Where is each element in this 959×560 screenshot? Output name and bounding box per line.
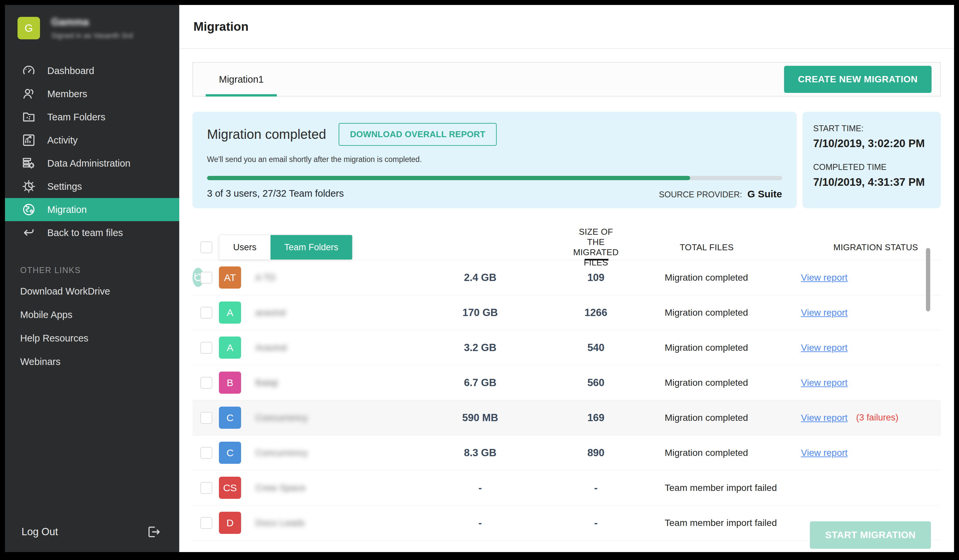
link-download-workdrive[interactable]: Download WorkDrive [5,280,179,303]
link-webinars[interactable]: Webinars [5,350,179,374]
sidebar-item-data-administration[interactable]: Data Administration [5,152,179,175]
back-arrow-icon [21,226,36,240]
row-checkbox[interactable] [201,412,212,424]
row-name: Balaji [255,377,391,388]
sidebar-item-back-to-team-files[interactable]: Back to team files [5,221,179,244]
row-name: Concurrency [255,412,391,423]
source-provider: SOURCE PROVIDER: G Suite [659,188,782,200]
vertical-scrollbar-thumb[interactable] [926,248,930,312]
row-status: Migration completed [622,272,791,283]
failures-text: (3 failures) [856,412,898,423]
row-total-files: 1266 [569,307,622,319]
sidebar-item-dashboard[interactable]: Dashboard [5,59,179,82]
select-all-checkbox[interactable] [201,241,212,253]
start-migration-button[interactable]: START MIGRATION [810,521,931,549]
sidebar-item-team-folders[interactable]: Team Folders [5,105,179,129]
row-name: aravind [255,307,391,318]
team-avatar: G [18,17,40,39]
row-checkbox[interactable] [201,272,212,284]
view-report-link[interactable]: View report [801,307,847,318]
status-row: Migration completed DOWNLOAD OVERALL REP… [193,112,941,208]
row-name: Crew Space [255,483,391,493]
sidebar-item-migration[interactable]: Migration [5,198,179,221]
row-checkbox[interactable] [201,342,212,354]
table-row: AT A TD 2.4 GB 109 Migration completed V… [193,260,941,295]
column-header-migration-status: MIGRATION STATUS [791,242,941,253]
row-size: 8.3 GB [391,447,569,459]
activity-icon [21,133,36,148]
row-checkbox[interactable] [201,482,212,494]
row-total-files: 560 [569,377,622,389]
table-row: A aravind 170 GB 1266 Migration complete… [193,295,941,330]
row-total-files: - [569,517,622,529]
view-report-link[interactable]: View report [801,412,847,423]
email-note: We'll send you an email shortly after th… [207,155,782,164]
team-switcher[interactable]: G Gamma Signed in as Vasanth Srd [5,5,179,50]
view-report-link[interactable]: View report [801,377,847,388]
members-icon [21,87,36,101]
row-checkbox[interactable] [201,447,212,459]
row-status: Team member import failed [622,483,791,493]
row-size: 3.2 GB [391,342,569,354]
row-size: - [391,517,569,529]
row-checkbox[interactable] [201,307,212,319]
tab-migration1[interactable]: Migration1 [206,63,277,96]
tab-label: Migration1 [219,74,264,85]
completed-time-value: 7/10/2019, 4:31:37 PM [813,176,934,188]
migration-status-card: Migration completed DOWNLOAD OVERALL REP… [193,112,797,208]
download-overall-report-button[interactable]: DOWNLOAD OVERALL REPORT [339,123,496,146]
sidebar-menu: Dashboard Members Team Folders Activity [5,59,179,244]
table-row: CS Crew Space - - Team member import fai… [193,471,941,506]
table-controls: Users Team Folders SIZE OF THE MIGRATED … [193,227,941,260]
users-teamfolders-toggle: Users Team Folders [219,235,352,260]
avatar: B [219,372,241,394]
row-size: - [391,482,569,494]
progress-bar-fill [207,176,690,180]
row-name: Concurrency [255,448,391,458]
avatar: A [219,337,241,359]
dashboard-icon [21,64,36,78]
row-checkbox[interactable] [201,377,212,389]
row-size: 170 GB [391,307,569,319]
sidebar-item-settings[interactable]: Settings [5,175,179,198]
link-mobile-apps[interactable]: Mobile Apps [5,303,179,327]
avatar: A [219,301,241,324]
app-window: G Gamma Signed in as Vasanth Srd Dashboa… [5,5,954,552]
view-report-link[interactable]: View report [801,448,847,458]
active-tab-indicator [206,94,277,97]
create-new-migration-button[interactable]: CREATE NEW MIGRATION [784,66,932,93]
row-total-files: 890 [569,447,622,459]
link-help-resources[interactable]: Help Resources [5,327,179,350]
sidebar-item-label: Dashboard [47,65,94,76]
toggle-users[interactable]: Users [219,235,271,259]
source-provider-value: G Suite [747,188,782,200]
data-administration-icon [21,156,36,170]
table-row: C Concurrency 8.3 GB 890 Migration compl… [193,435,941,471]
sidebar: G Gamma Signed in as Vasanth Srd Dashboa… [5,5,179,552]
row-name: Doco Leads [255,518,391,528]
row-checkbox[interactable] [201,517,212,529]
view-report-link[interactable]: View report [801,272,847,283]
migration-icon [21,202,36,217]
logout-button[interactable]: Log Out [5,520,179,544]
sidebar-item-activity[interactable]: Activity [5,129,179,152]
row-status: Migration completed [622,342,791,353]
main-area: Migration Migration1 CREATE NEW MIGRATIO… [179,5,954,552]
row-name: A TD [255,272,391,283]
avatar: AT [219,266,241,289]
sidebar-item-label: Activity [47,135,78,146]
migration-status-title: Migration completed [207,127,326,142]
start-time-label: START TIME: [813,124,934,133]
other-links-header: OTHER LINKS [20,266,179,275]
row-status: Migration completed [622,377,791,388]
toggle-team-folders[interactable]: Team Folders [271,235,352,259]
time-card: START TIME: 7/10/2019, 3:02:20 PM COMPLE… [803,112,941,208]
row-total-files: - [569,482,622,494]
row-total-files: 169 [569,412,622,424]
view-report-link[interactable]: View report [801,342,847,353]
sidebar-item-members[interactable]: Members [5,82,179,105]
table-row: C Concurrency 590 MB 169 Migration compl… [193,400,941,435]
sidebar-item-label: Back to team files [47,228,123,239]
completed-time-label: COMPLETED TIME [813,162,934,172]
sidebar-item-label: Members [47,89,87,100]
